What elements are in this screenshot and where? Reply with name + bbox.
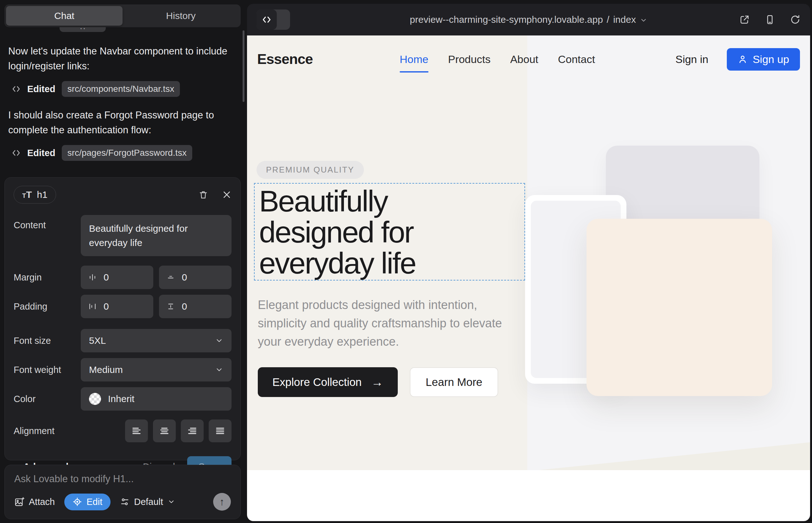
close-editor-button[interactable] [222, 190, 231, 199]
code-preview-toggle[interactable] [257, 10, 290, 30]
mobile-view-button[interactable] [764, 14, 775, 25]
element-tag-label: h1 [37, 189, 48, 200]
assistant-message: Now let's update the Navbar component to… [8, 44, 233, 73]
padding-x-icon [88, 302, 96, 310]
edited-file-row[interactable]: Edited src/pages/ForgotPassword.tsx [12, 145, 192, 161]
site-nav: Home Products About Contact [400, 53, 595, 66]
edited-file-row[interactable]: Edited src/components/Navbar.tsx [12, 81, 180, 97]
content-label: Content [14, 220, 81, 231]
file-chip[interactable]: src/components/Navbar.tsx [62, 81, 180, 97]
edit-mode-button[interactable]: Edit [64, 493, 110, 510]
hero-cta-row: Explore Collection → Learn More [258, 367, 498, 397]
attach-button[interactable]: Attach [14, 497, 55, 507]
nav-link-contact[interactable]: Contact [558, 53, 595, 66]
padding-x-input[interactable]: 0 [81, 295, 153, 318]
code-icon [12, 84, 21, 94]
nav-link-about[interactable]: About [510, 53, 539, 66]
code-icon [257, 10, 277, 30]
margin-y-input[interactable]: 0 [159, 266, 231, 289]
align-justify-button[interactable] [209, 419, 231, 442]
refresh-icon [790, 14, 800, 25]
padding-y-icon [166, 302, 175, 310]
explore-collection-button[interactable]: Explore Collection → [258, 367, 398, 397]
mode-select[interactable]: Default [120, 497, 175, 507]
premium-quality-badge: PREMIUM QUALITY [257, 161, 364, 179]
alignment-label: Alignment [14, 426, 81, 436]
content-input[interactable]: Beautifully designed for everyday life [81, 215, 231, 256]
open-in-new-tab-button[interactable] [739, 14, 750, 25]
selected-element-tag[interactable]: TT h1 [14, 186, 56, 203]
chat-scrollbar[interactable] [243, 30, 245, 102]
edited-label: Edited [27, 148, 55, 158]
user-icon [738, 54, 748, 64]
sliders-icon [120, 497, 129, 507]
arrow-right-icon: → [371, 376, 383, 389]
tab-chat[interactable]: Chat [6, 6, 123, 26]
hero-description: Elegant products designed with intention… [258, 296, 520, 351]
align-right-button[interactable] [181, 419, 204, 442]
browser-toolbar: preview--charming-site-symphony.lovable.… [247, 4, 810, 35]
padding-y-input[interactable]: 0 [159, 295, 231, 318]
delete-element-button[interactable] [198, 190, 208, 200]
element-editor-panel: TT h1 Content Beautifully designed for e… [4, 177, 241, 460]
margin-y-icon [166, 273, 175, 282]
target-icon [72, 497, 82, 507]
code-icon [12, 148, 21, 158]
margin-x-input[interactable]: 0 [81, 266, 153, 289]
nav-link-products[interactable]: Products [448, 53, 491, 66]
align-left-icon [131, 426, 142, 436]
preview-url: preview--charming-site-symphony.lovable.… [410, 14, 603, 25]
margin-label: Margin [14, 272, 81, 283]
chevron-down-icon [215, 337, 223, 345]
url-separator: / [607, 14, 609, 25]
assistant-message: I should also create a Forgot Password p… [8, 108, 233, 138]
chat-history-tabbar: Chat History [4, 4, 241, 27]
margin-x-icon [88, 273, 96, 282]
align-left-button[interactable] [125, 419, 148, 442]
color-select[interactable]: Inherit [81, 387, 231, 411]
type-icon: TT [22, 189, 32, 200]
chat-sidebar: Chat History ·· Now let's update the Nav… [0, 0, 247, 523]
hero-headline[interactable]: Beautifully designed for everyday life [259, 185, 474, 278]
composer-input[interactable]: Ask Lovable to modify H1... [14, 473, 231, 485]
font-size-select[interactable]: 5XL [81, 329, 231, 353]
align-center-button[interactable] [153, 419, 176, 442]
font-weight-label: Font weight [14, 365, 81, 375]
send-button[interactable]: ↑ [213, 493, 231, 511]
attach-image-icon [14, 497, 24, 507]
url-bar[interactable]: preview--charming-site-symphony.lovable.… [410, 14, 647, 25]
site-header: Essence Home Products About Contact Sign… [247, 35, 810, 83]
preview-page: index [613, 14, 636, 25]
sign-up-button[interactable]: Sign up [727, 48, 800, 71]
align-center-icon [159, 426, 170, 436]
learn-more-button[interactable]: Learn More [410, 367, 498, 397]
sign-in-link[interactable]: Sign in [675, 53, 708, 66]
site-logo[interactable]: Essence [257, 51, 313, 68]
font-weight-select[interactable]: Medium [81, 358, 231, 381]
align-justify-icon [215, 426, 226, 436]
clipped-chip: ·· [59, 27, 106, 32]
external-link-icon [739, 14, 750, 25]
file-chip[interactable]: src/pages/ForgotPassword.tsx [62, 145, 193, 161]
product-placeholder-card [586, 219, 772, 396]
color-swatch [89, 393, 101, 405]
font-size-label: Font size [14, 336, 81, 346]
chat-composer[interactable]: Ask Lovable to modify H1... Attach Edit … [4, 465, 241, 519]
refresh-button[interactable] [790, 14, 800, 25]
color-label: Color [14, 394, 81, 404]
tab-history[interactable]: History [123, 6, 239, 26]
preview-browser: preview--charming-site-symphony.lovable.… [247, 4, 810, 521]
chevron-down-icon [167, 498, 175, 506]
nav-link-home[interactable]: Home [400, 53, 428, 66]
edited-label: Edited [27, 84, 55, 94]
padding-label: Padding [14, 301, 81, 312]
chevron-down-icon [215, 366, 223, 374]
chevron-down-icon [640, 16, 647, 24]
mobile-icon [764, 14, 775, 25]
align-right-icon [187, 426, 198, 436]
site-viewport: Essence Home Products About Contact Sign… [247, 35, 810, 521]
